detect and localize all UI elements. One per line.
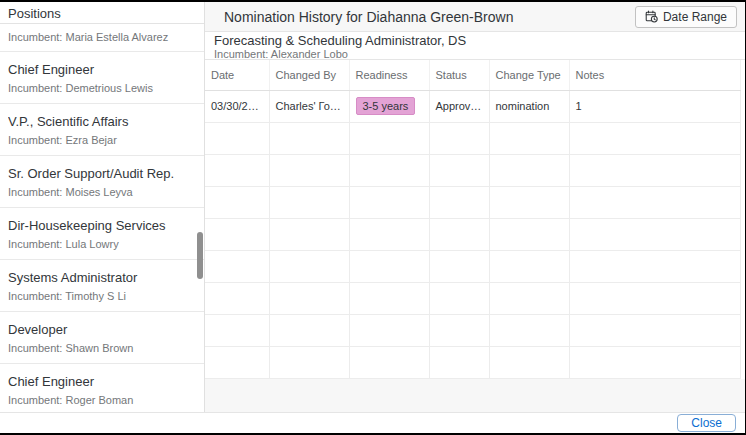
cell-changed-by: Charles' Годиш... [269,90,349,122]
table-empty-cell [429,122,489,154]
table-empty-cell [269,314,349,346]
column-header-readiness: Readiness [349,60,429,90]
table-empty-row [205,186,741,218]
position-incumbent: Incumbent: Moises Leyva [8,185,196,200]
selected-position-header: Forecasting & Scheduling Administrator, … [205,32,745,60]
sidebar-item-systems-administrator[interactable]: Systems Administrator Incumbent: Timothy… [0,260,204,312]
position-incumbent: Incumbent: Ezra Bejar [8,133,196,148]
position-title: Sr. Order Support/Audit Rep. [8,165,196,182]
selected-position-incumbent: Incumbent: Alexander Lobo [214,48,737,60]
cell-readiness: 3-5 years [349,90,429,122]
table-empty-cell [349,122,429,154]
table-empty-cell [569,314,741,346]
table-empty-cell [489,218,569,250]
table-empty-row [205,154,741,186]
close-button[interactable]: Close [677,414,736,432]
table-empty-row [205,218,741,250]
column-header-notes: Notes [569,60,741,90]
selected-position-title: Forecasting & Scheduling Administrator, … [214,33,737,48]
position-title: Chief Engineer [8,373,196,390]
table-empty-cell [429,346,489,378]
sidebar-item-chief-engineer-2[interactable]: Chief Engineer Incumbent: Roger Boman [0,364,204,412]
sidebar-item-partial[interactable]: Incumbent: Maria Estella Alvarez [0,24,204,52]
position-title: Chief Engineer [8,61,196,78]
column-header-changed-by: Changed By [269,60,349,90]
table-empty-cell [489,282,569,314]
sidebar-item-developer[interactable]: Developer Incumbent: Shawn Brown [0,312,204,364]
position-title: Systems Administrator [8,269,196,286]
table-empty-cell [569,122,741,154]
position-incumbent: Incumbent: Roger Boman [8,393,196,408]
table-empty-cell [429,250,489,282]
nomination-history-table: Date Changed By Readiness Status Change … [205,60,741,379]
position-title: Dir-Housekeeping Services [8,217,196,234]
position-title: V.P., Scientific Affairs [8,113,196,130]
table-empty-cell [349,250,429,282]
table-empty-cell [489,346,569,378]
table-empty-cell [429,154,489,186]
table-empty-cell [269,186,349,218]
table-empty-cell [349,314,429,346]
main-panel: Nomination History for Diahanna Green-Br… [205,2,745,412]
column-header-date: Date [205,60,269,90]
table-empty-row [205,314,741,346]
table-empty-cell [205,250,269,282]
table-empty-cell [349,218,429,250]
table-empty-cell [569,154,741,186]
table-empty-cell [269,250,349,282]
table-empty-cell [205,154,269,186]
table-header-row: Date Changed By Readiness Status Change … [205,60,741,90]
table-empty-cell [569,346,741,378]
table-empty-cell [489,250,569,282]
table-empty-cell [205,218,269,250]
sidebar-scrollbar-thumb[interactable] [197,232,203,279]
column-header-status: Status [429,60,489,90]
table-empty-cell [269,346,349,378]
table-empty-cell [205,282,269,314]
sidebar-item-dir-housekeeping[interactable]: Dir-Housekeeping Services Incumbent: Lul… [0,208,204,260]
table-empty-cell [269,218,349,250]
table-empty-cell [429,186,489,218]
sidebar-item-chief-engineer[interactable]: Chief Engineer Incumbent: Demetrious Lew… [0,52,204,104]
table-empty-cell [205,314,269,346]
positions-sidebar: Positions Incumbent: Maria Estella Alvar… [0,2,205,412]
table-empty-cell [489,186,569,218]
position-incumbent: Incumbent: Timothy S Li [8,289,196,304]
sidebar-item-vp-scientific-affairs[interactable]: V.P., Scientific Affairs Incumbent: Ezra… [0,104,204,156]
table-empty-cell [349,282,429,314]
table-empty-cell [269,154,349,186]
position-incumbent: Incumbent: Demetrious Lewis [8,81,196,96]
table-empty-row [205,250,741,282]
table-empty-cell [429,282,489,314]
readiness-badge: 3-5 years [356,97,416,115]
table-empty-cell [269,282,349,314]
table-filler-area [205,379,745,413]
table-empty-cell [489,154,569,186]
table-empty-row [205,282,741,314]
date-range-button[interactable]: Date Range [635,6,737,28]
table-empty-cell [349,154,429,186]
position-incumbent: Incumbent: Maria Estella Alvarez [8,30,196,45]
table-empty-cell [489,314,569,346]
history-row: 03/30/2018 Charles' Годиш... 3-5 years A… [205,90,741,122]
table-empty-rows [205,122,741,378]
column-header-change-type: Change Type [489,60,569,90]
table-empty-cell [269,122,349,154]
table-empty-cell [429,314,489,346]
position-title: Developer [8,321,196,338]
cell-status: Approved [429,90,489,122]
table-empty-cell [489,122,569,154]
nomination-history-dialog: Positions Incumbent: Maria Estella Alvar… [0,0,746,435]
position-incumbent: Incumbent: Lula Lowry [8,237,196,252]
sidebar-title: Positions [0,2,204,24]
cell-change-type: nomination [489,90,569,122]
dialog-header: Nomination History for Diahanna Green-Br… [205,2,745,32]
table-empty-cell [569,250,741,282]
table-empty-cell [205,346,269,378]
cell-date: 03/30/2018 [205,90,269,122]
table-empty-cell [569,218,741,250]
dialog-title: Nomination History for Diahanna Green-Br… [224,9,513,25]
table-empty-cell [349,346,429,378]
sidebar-item-sr-order-support[interactable]: Sr. Order Support/Audit Rep. Incumbent: … [0,156,204,208]
cell-notes: 1 [569,90,741,122]
